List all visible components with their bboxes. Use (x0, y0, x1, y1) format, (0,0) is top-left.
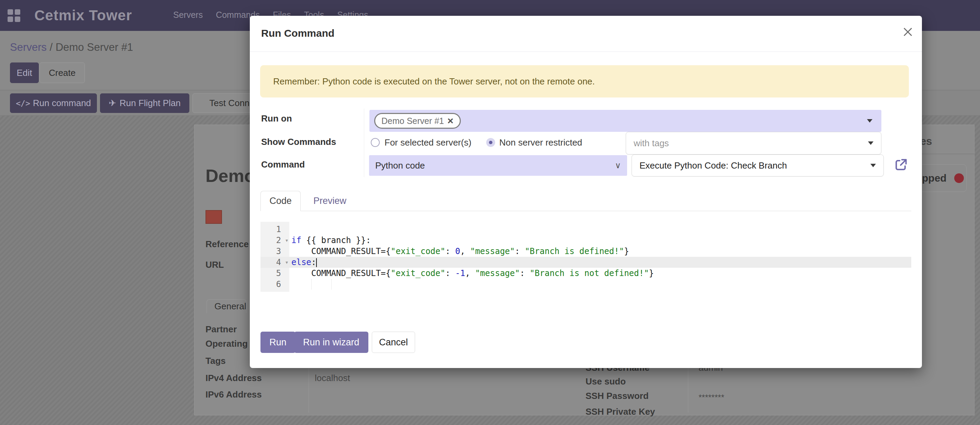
breadcrumb-separator: / (47, 41, 56, 53)
indent-guide (331, 279, 332, 289)
run-button[interactable]: Run (261, 331, 296, 353)
line-number: 1 (261, 225, 290, 234)
code-line-4[interactable]: 4▾else: (261, 257, 911, 268)
screen: Cetmix Tower Servers Commands Files Tool… (0, 0, 980, 425)
chip-remove-icon[interactable]: × (447, 116, 453, 126)
radio-non-restricted[interactable] (486, 138, 495, 147)
tab-general[interactable]: General (207, 299, 247, 313)
plane-icon: ✈ (108, 98, 116, 108)
close-icon[interactable] (903, 27, 913, 37)
tab-code[interactable]: Code (261, 191, 301, 211)
command-name-select[interactable]: Execute Python Code: Check Branch (632, 154, 884, 176)
command-type-select[interactable]: Python code ∨ (369, 155, 627, 176)
run-command-button[interactable]: </> Run command (10, 94, 97, 113)
run-on-label: Run on (261, 113, 292, 124)
code-line-5[interactable]: 5 COMMAND_RESULT={"exit_code": -1, "mess… (261, 268, 911, 279)
run-on-field[interactable]: Demo Server #1 × (369, 110, 881, 132)
fold-arrow-icon[interactable]: ▾ (286, 238, 288, 243)
status-stopped-dot (954, 173, 964, 183)
code-line-2[interactable]: 2▾if {{ branch }}: (261, 235, 911, 246)
breadcrumb: Servers / Demo Server #1 (10, 41, 133, 54)
field-label-url: URL (205, 260, 224, 270)
field-label-ssh-password: SSH Password (585, 391, 649, 401)
color-swatch[interactable] (205, 210, 222, 224)
column-divider-right (688, 367, 688, 412)
line-number: 5 (261, 268, 290, 278)
chevron-down-icon (870, 164, 876, 167)
nav-item-servers[interactable]: Servers (173, 10, 203, 20)
field-label-tags: Tags (205, 356, 226, 366)
show-commands-label: Show Commands (261, 136, 336, 147)
chevron-down-icon (868, 141, 873, 145)
cancel-button[interactable]: Cancel (372, 331, 415, 353)
code-editor-lines: 12▾if {{ branch }}:3 COMMAND_RESULT={"ex… (261, 224, 911, 290)
code-line-6[interactable]: 6 (261, 279, 911, 290)
edit-button[interactable]: Edit (10, 62, 39, 83)
line-number: 2▾ (261, 236, 290, 245)
radio-non-restricted-label[interactable]: Non server restricted (499, 137, 582, 148)
line-number: 4▾ (261, 257, 290, 267)
chevron-down-icon: ∨ (615, 161, 621, 170)
breadcrumb-current: Demo Server #1 (56, 41, 133, 53)
chevron-down-icon (867, 119, 872, 122)
field-value-ssh-password: ******** (698, 393, 724, 402)
command-label: Command (261, 159, 305, 170)
tab-preview[interactable]: Preview (301, 191, 359, 211)
field-label-use-sudo: Use sudo (585, 376, 626, 387)
external-link-icon[interactable] (893, 157, 908, 172)
field-value-ipv4: localhost (315, 373, 350, 384)
run-in-wizard-button[interactable]: Run in wizard (294, 331, 368, 353)
radio-selected-servers-label[interactable]: For selected server(s) (385, 137, 471, 148)
field-label-operating: Operating (205, 338, 248, 349)
field-label-ipv4: IPv4 Address (205, 373, 262, 384)
field-label-partner: Partner (205, 324, 237, 335)
create-button[interactable]: Create (40, 62, 85, 83)
alert-warning: Remember: Python code is executed on the… (260, 65, 909, 97)
fold-arrow-icon[interactable]: ▾ (286, 260, 288, 265)
tabs-divider (261, 211, 911, 211)
status-label-partial: pped (922, 172, 947, 184)
header-divider (250, 51, 922, 52)
indent-guide (311, 279, 312, 289)
run-flight-plan-button[interactable]: ✈ Run Flight Plan (100, 94, 189, 113)
code-line-3[interactable]: 3 COMMAND_RESULT={"exit_code": 0, "messa… (261, 246, 911, 257)
field-label-ipv6: IPv6 Address (205, 389, 262, 400)
line-number: 6 (261, 279, 290, 289)
server-chip[interactable]: Demo Server #1 × (374, 113, 461, 129)
column-divider-left (309, 367, 309, 412)
modal-title: Run Command (261, 27, 334, 39)
field-label-ssh-private-key: SSH Private Key (585, 406, 655, 417)
app-title: Cetmix Tower (34, 0, 132, 31)
text-cursor (316, 258, 317, 267)
apps-grid-icon[interactable] (8, 9, 21, 22)
radio-selected-servers[interactable] (371, 138, 380, 147)
run-command-modal: Run Command Remember: Python code is exe… (250, 16, 922, 368)
breadcrumb-servers-link[interactable]: Servers (10, 41, 47, 53)
tags-select[interactable]: with tags (626, 132, 881, 154)
field-label-reference: Reference (205, 239, 249, 250)
line-number: 3 (261, 246, 290, 256)
code-line-1[interactable]: 1 (261, 224, 911, 235)
right-heading-partial: es (920, 135, 932, 147)
code-icon: </> (16, 99, 30, 108)
code-editor[interactable]: 12▾if {{ branch }}:3 COMMAND_RESULT={"ex… (261, 222, 911, 292)
